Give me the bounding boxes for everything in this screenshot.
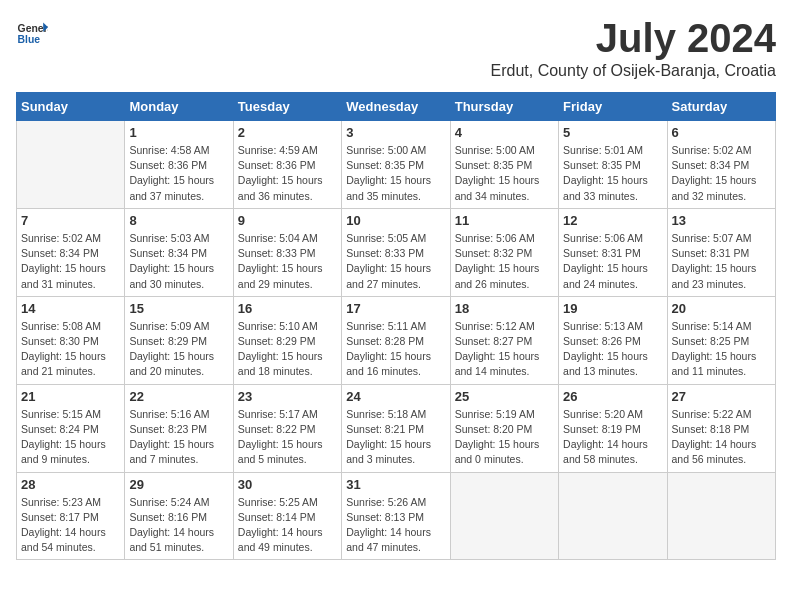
day-cell: 14 Sunrise: 5:08 AMSunset: 8:30 PMDaylig… bbox=[17, 296, 125, 384]
day-cell: 31 Sunrise: 5:26 AMSunset: 8:13 PMDaylig… bbox=[342, 472, 450, 560]
week-row-3: 14 Sunrise: 5:08 AMSunset: 8:30 PMDaylig… bbox=[17, 296, 776, 384]
day-info: Sunrise: 5:02 AMSunset: 8:34 PMDaylight:… bbox=[672, 143, 771, 204]
day-cell: 1 Sunrise: 4:58 AMSunset: 8:36 PMDayligh… bbox=[125, 121, 233, 209]
day-info: Sunrise: 5:00 AMSunset: 8:35 PMDaylight:… bbox=[346, 143, 445, 204]
day-info: Sunrise: 5:05 AMSunset: 8:33 PMDaylight:… bbox=[346, 231, 445, 292]
location: Erdut, County of Osijek-Baranja, Croatia bbox=[491, 62, 776, 80]
day-number: 18 bbox=[455, 301, 554, 316]
day-number: 6 bbox=[672, 125, 771, 140]
logo: General Blue bbox=[16, 16, 48, 48]
col-header-monday: Monday bbox=[125, 93, 233, 121]
day-info: Sunrise: 5:04 AMSunset: 8:33 PMDaylight:… bbox=[238, 231, 337, 292]
day-cell: 13 Sunrise: 5:07 AMSunset: 8:31 PMDaylig… bbox=[667, 208, 775, 296]
title-block: July 2024 Erdut, County of Osijek-Baranj… bbox=[491, 16, 776, 80]
day-info: Sunrise: 5:01 AMSunset: 8:35 PMDaylight:… bbox=[563, 143, 662, 204]
day-number: 14 bbox=[21, 301, 120, 316]
week-row-4: 21 Sunrise: 5:15 AMSunset: 8:24 PMDaylig… bbox=[17, 384, 776, 472]
day-cell: 17 Sunrise: 5:11 AMSunset: 8:28 PMDaylig… bbox=[342, 296, 450, 384]
day-info: Sunrise: 5:12 AMSunset: 8:27 PMDaylight:… bbox=[455, 319, 554, 380]
day-cell: 30 Sunrise: 5:25 AMSunset: 8:14 PMDaylig… bbox=[233, 472, 341, 560]
month-title: July 2024 bbox=[491, 16, 776, 60]
day-number: 30 bbox=[238, 477, 337, 492]
day-number: 3 bbox=[346, 125, 445, 140]
day-info: Sunrise: 5:06 AMSunset: 8:31 PMDaylight:… bbox=[563, 231, 662, 292]
week-row-5: 28 Sunrise: 5:23 AMSunset: 8:17 PMDaylig… bbox=[17, 472, 776, 560]
day-cell bbox=[667, 472, 775, 560]
day-info: Sunrise: 4:59 AMSunset: 8:36 PMDaylight:… bbox=[238, 143, 337, 204]
day-cell: 28 Sunrise: 5:23 AMSunset: 8:17 PMDaylig… bbox=[17, 472, 125, 560]
day-cell: 4 Sunrise: 5:00 AMSunset: 8:35 PMDayligh… bbox=[450, 121, 558, 209]
day-number: 13 bbox=[672, 213, 771, 228]
day-cell: 8 Sunrise: 5:03 AMSunset: 8:34 PMDayligh… bbox=[125, 208, 233, 296]
day-cell: 24 Sunrise: 5:18 AMSunset: 8:21 PMDaylig… bbox=[342, 384, 450, 472]
day-number: 9 bbox=[238, 213, 337, 228]
day-info: Sunrise: 5:03 AMSunset: 8:34 PMDaylight:… bbox=[129, 231, 228, 292]
day-number: 27 bbox=[672, 389, 771, 404]
day-cell: 20 Sunrise: 5:14 AMSunset: 8:25 PMDaylig… bbox=[667, 296, 775, 384]
day-number: 21 bbox=[21, 389, 120, 404]
day-number: 8 bbox=[129, 213, 228, 228]
day-info: Sunrise: 5:02 AMSunset: 8:34 PMDaylight:… bbox=[21, 231, 120, 292]
calendar-table: SundayMondayTuesdayWednesdayThursdayFrid… bbox=[16, 92, 776, 560]
day-cell: 26 Sunrise: 5:20 AMSunset: 8:19 PMDaylig… bbox=[559, 384, 667, 472]
day-number: 20 bbox=[672, 301, 771, 316]
day-cell: 5 Sunrise: 5:01 AMSunset: 8:35 PMDayligh… bbox=[559, 121, 667, 209]
day-number: 4 bbox=[455, 125, 554, 140]
day-info: Sunrise: 5:16 AMSunset: 8:23 PMDaylight:… bbox=[129, 407, 228, 468]
day-cell: 10 Sunrise: 5:05 AMSunset: 8:33 PMDaylig… bbox=[342, 208, 450, 296]
day-cell: 19 Sunrise: 5:13 AMSunset: 8:26 PMDaylig… bbox=[559, 296, 667, 384]
page-header: General Blue July 2024 Erdut, County of … bbox=[16, 16, 776, 80]
col-header-saturday: Saturday bbox=[667, 93, 775, 121]
col-header-wednesday: Wednesday bbox=[342, 93, 450, 121]
day-cell: 18 Sunrise: 5:12 AMSunset: 8:27 PMDaylig… bbox=[450, 296, 558, 384]
day-info: Sunrise: 5:15 AMSunset: 8:24 PMDaylight:… bbox=[21, 407, 120, 468]
day-info: Sunrise: 5:18 AMSunset: 8:21 PMDaylight:… bbox=[346, 407, 445, 468]
day-number: 17 bbox=[346, 301, 445, 316]
day-info: Sunrise: 5:11 AMSunset: 8:28 PMDaylight:… bbox=[346, 319, 445, 380]
svg-text:Blue: Blue bbox=[18, 34, 41, 45]
day-cell: 15 Sunrise: 5:09 AMSunset: 8:29 PMDaylig… bbox=[125, 296, 233, 384]
day-cell: 29 Sunrise: 5:24 AMSunset: 8:16 PMDaylig… bbox=[125, 472, 233, 560]
day-number: 23 bbox=[238, 389, 337, 404]
day-info: Sunrise: 5:19 AMSunset: 8:20 PMDaylight:… bbox=[455, 407, 554, 468]
day-cell: 25 Sunrise: 5:19 AMSunset: 8:20 PMDaylig… bbox=[450, 384, 558, 472]
day-cell: 23 Sunrise: 5:17 AMSunset: 8:22 PMDaylig… bbox=[233, 384, 341, 472]
day-number: 29 bbox=[129, 477, 228, 492]
day-number: 28 bbox=[21, 477, 120, 492]
day-cell: 3 Sunrise: 5:00 AMSunset: 8:35 PMDayligh… bbox=[342, 121, 450, 209]
day-number: 7 bbox=[21, 213, 120, 228]
day-number: 24 bbox=[346, 389, 445, 404]
day-info: Sunrise: 5:26 AMSunset: 8:13 PMDaylight:… bbox=[346, 495, 445, 556]
day-info: Sunrise: 5:08 AMSunset: 8:30 PMDaylight:… bbox=[21, 319, 120, 380]
col-header-thursday: Thursday bbox=[450, 93, 558, 121]
day-number: 22 bbox=[129, 389, 228, 404]
day-number: 16 bbox=[238, 301, 337, 316]
week-row-1: 1 Sunrise: 4:58 AMSunset: 8:36 PMDayligh… bbox=[17, 121, 776, 209]
day-info: Sunrise: 4:58 AMSunset: 8:36 PMDaylight:… bbox=[129, 143, 228, 204]
col-header-sunday: Sunday bbox=[17, 93, 125, 121]
header-row: SundayMondayTuesdayWednesdayThursdayFrid… bbox=[17, 93, 776, 121]
day-cell: 12 Sunrise: 5:06 AMSunset: 8:31 PMDaylig… bbox=[559, 208, 667, 296]
day-cell: 7 Sunrise: 5:02 AMSunset: 8:34 PMDayligh… bbox=[17, 208, 125, 296]
day-cell: 11 Sunrise: 5:06 AMSunset: 8:32 PMDaylig… bbox=[450, 208, 558, 296]
day-info: Sunrise: 5:10 AMSunset: 8:29 PMDaylight:… bbox=[238, 319, 337, 380]
day-info: Sunrise: 5:14 AMSunset: 8:25 PMDaylight:… bbox=[672, 319, 771, 380]
day-info: Sunrise: 5:07 AMSunset: 8:31 PMDaylight:… bbox=[672, 231, 771, 292]
day-info: Sunrise: 5:09 AMSunset: 8:29 PMDaylight:… bbox=[129, 319, 228, 380]
day-cell: 21 Sunrise: 5:15 AMSunset: 8:24 PMDaylig… bbox=[17, 384, 125, 472]
day-number: 2 bbox=[238, 125, 337, 140]
day-number: 15 bbox=[129, 301, 228, 316]
day-number: 31 bbox=[346, 477, 445, 492]
day-number: 10 bbox=[346, 213, 445, 228]
day-info: Sunrise: 5:24 AMSunset: 8:16 PMDaylight:… bbox=[129, 495, 228, 556]
logo-icon: General Blue bbox=[16, 16, 48, 48]
day-cell: 27 Sunrise: 5:22 AMSunset: 8:18 PMDaylig… bbox=[667, 384, 775, 472]
day-cell: 6 Sunrise: 5:02 AMSunset: 8:34 PMDayligh… bbox=[667, 121, 775, 209]
day-info: Sunrise: 5:13 AMSunset: 8:26 PMDaylight:… bbox=[563, 319, 662, 380]
day-number: 19 bbox=[563, 301, 662, 316]
day-number: 12 bbox=[563, 213, 662, 228]
day-cell: 9 Sunrise: 5:04 AMSunset: 8:33 PMDayligh… bbox=[233, 208, 341, 296]
day-info: Sunrise: 5:00 AMSunset: 8:35 PMDaylight:… bbox=[455, 143, 554, 204]
day-cell bbox=[450, 472, 558, 560]
day-cell bbox=[559, 472, 667, 560]
